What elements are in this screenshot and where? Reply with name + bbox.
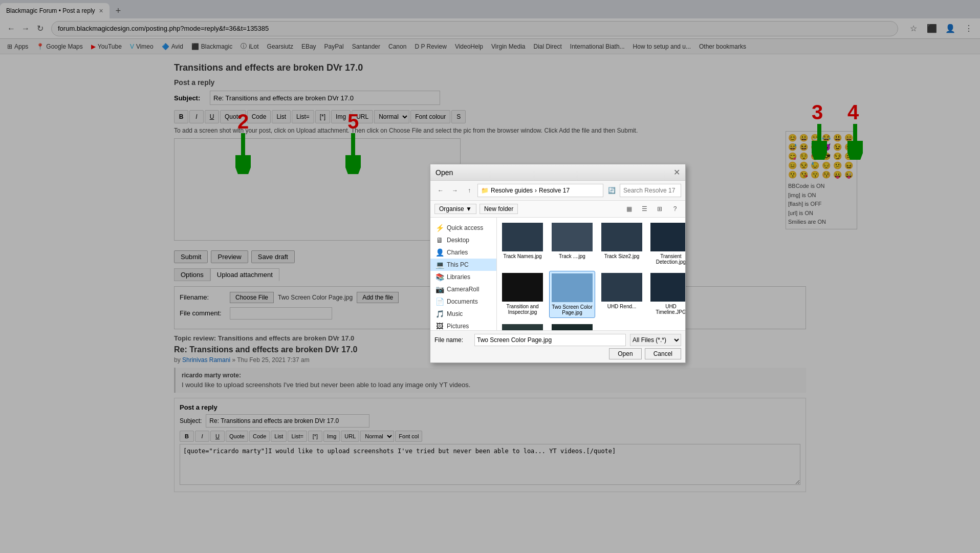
footer-filetype-select[interactable]: All Files (*.*) (630, 334, 681, 346)
file-thumb-5 (502, 273, 543, 302)
dialog-footer-buttons: Open Cancel (434, 348, 681, 359)
sidebar-desktop[interactable]: 🖥 Desktop (430, 234, 496, 246)
dialog-path-icon: 📁 (481, 187, 489, 194)
file-thumb-1 (502, 223, 543, 251)
file-name-5: Transition and Inspector.jpg (502, 304, 543, 315)
file-dialog-overlay: Open ✕ ← → ↑ 📁 Resolve guides › Resolve … (0, 54, 980, 553)
sidebar-this-pc[interactable]: 💻 This PC (430, 259, 496, 271)
file-item-1[interactable]: Track Names.jpg (500, 221, 545, 267)
sidebar-documents[interactable]: 📄 Documents (430, 295, 496, 308)
file-item-9[interactable]: ... (500, 322, 545, 330)
file-item-10[interactable]: ... (549, 322, 595, 330)
dialog-toolbar: Organise ▼ New folder ▦ ☰ ⊞ ? (430, 201, 685, 218)
dialog-forward-button[interactable]: → (449, 184, 461, 197)
cameraroll-icon: 📷 (435, 285, 444, 293)
quick-access-icon: ⚡ (435, 224, 444, 232)
footer-filename-label: File name: (434, 336, 470, 344)
libraries-icon: 📚 (435, 273, 444, 281)
this-pc-icon: 💻 (435, 261, 444, 269)
view-large-icon[interactable]: ⊞ (654, 203, 666, 215)
dialog-cancel-button[interactable]: Cancel (645, 348, 681, 359)
file-thumb-6 (552, 273, 593, 302)
file-thumb-8 (650, 273, 685, 302)
desktop-icon: 🖥 (435, 236, 444, 244)
file-item-2[interactable]: Track ....jpg (549, 221, 595, 267)
sidebar-charles[interactable]: 👤 Charles (430, 246, 496, 259)
file-name-4: Transient Detection.jpg (650, 253, 685, 265)
dialog-back-button[interactable]: ← (434, 184, 447, 197)
file-name-7: UHD Rend... (607, 304, 637, 309)
dialog-open-button[interactable]: Open (609, 348, 641, 359)
dialog-path-part2: Resolve 17 (539, 187, 570, 194)
organise-button[interactable]: Organise ▼ (434, 204, 476, 214)
dialog-content: ⚡ Quick access 🖥 Desktop 👤 Charles 💻 Thi… (430, 218, 685, 330)
music-icon: 🎵 (435, 310, 444, 318)
dialog-close-button[interactable]: ✕ (673, 167, 680, 177)
file-thumb-4 (650, 223, 685, 251)
footer-filename-input[interactable] (474, 334, 626, 346)
help-icon[interactable]: ? (669, 203, 681, 215)
file-name-1: Track Names.jpg (503, 253, 541, 259)
file-name-6: Two Screen Color Page.jpg (552, 304, 593, 315)
charles-icon: 👤 (435, 248, 444, 257)
new-folder-button[interactable]: New folder (480, 204, 518, 214)
file-name-3: Track Size2.jpg (604, 253, 640, 259)
documents-icon: 📄 (435, 297, 444, 306)
file-name-8: UHD Timeline.JPG (650, 304, 685, 315)
file-open-dialog: Open ✕ ← → ↑ 📁 Resolve guides › Resolve … (430, 164, 686, 363)
sidebar-pictures[interactable]: 🖼 Pictures (430, 320, 496, 330)
sidebar-libraries[interactable]: 📚 Libraries (430, 271, 496, 283)
file-thumb-3 (601, 223, 642, 251)
page-content: Transitions and effects are broken DVr 1… (0, 54, 980, 553)
dialog-nav: ← → ↑ 📁 Resolve guides › Resolve 17 🔄 (430, 181, 685, 201)
sidebar-quick-access[interactable]: ⚡ Quick access (430, 222, 496, 234)
file-name-2: Track ....jpg (559, 253, 585, 259)
file-item-5[interactable]: Transition and Inspector.jpg (500, 271, 545, 318)
sidebar-music[interactable]: 🎵 Music (430, 308, 496, 320)
pictures-icon: 🖼 (435, 322, 444, 330)
file-item-6[interactable]: Two Screen Color Page.jpg (549, 271, 595, 318)
dialog-title-label: Open (435, 168, 453, 177)
dialog-refresh-button[interactable]: 🔄 (605, 184, 618, 197)
file-thumb-7 (601, 273, 642, 302)
dialog-footer: File name: All Files (*.*) Open Cancel (430, 330, 685, 363)
file-item-4[interactable]: Transient Detection.jpg (648, 221, 685, 267)
view-small-icon[interactable]: ▦ (623, 203, 635, 215)
file-item-3[interactable]: Track Size2.jpg (599, 221, 644, 267)
dialog-title-bar: Open ✕ (430, 164, 685, 181)
file-item-8[interactable]: UHD Timeline.JPG (648, 271, 685, 318)
dialog-up-button[interactable]: ↑ (463, 184, 475, 197)
file-thumb-2 (552, 223, 593, 251)
dialog-files-grid: Track Names.jpg Track ....jpg Track Size… (497, 218, 685, 330)
sidebar-cameraroll[interactable]: 📷 CameraRoll (430, 283, 496, 295)
file-thumb-9 (502, 324, 543, 330)
dialog-path: 📁 Resolve guides › Resolve 17 (477, 184, 603, 197)
file-item-7[interactable]: UHD Rend... (599, 271, 644, 318)
view-details-icon[interactable]: ☰ (638, 203, 650, 215)
dialog-search-input[interactable] (620, 184, 681, 197)
dialog-path-part1: Resolve guides (491, 187, 533, 194)
filename-footer-row: File name: All Files (*.*) (434, 334, 681, 346)
dialog-sidebar: ⚡ Quick access 🖥 Desktop 👤 Charles 💻 Thi… (430, 218, 497, 330)
file-thumb-10 (552, 324, 593, 330)
